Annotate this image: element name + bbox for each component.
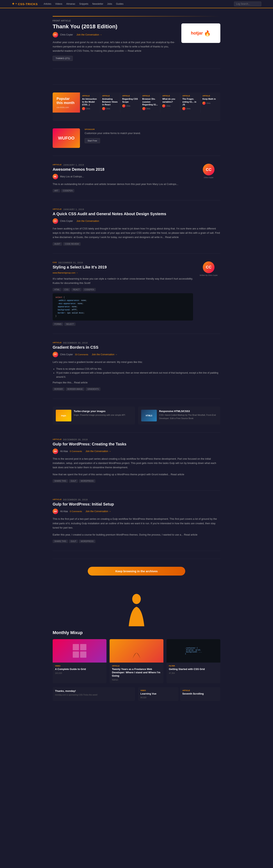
thanks-button[interactable]: THANKS (271)	[53, 56, 73, 61]
gulp-setup-author: Ali Alaa	[60, 510, 68, 513]
popular-article-2[interactable]: Article Animating Between Views in React…	[100, 92, 120, 113]
gulp-setup-type-badge: Article December 28, 2018	[53, 498, 220, 501]
gulp-setup-tag-1[interactable]: SHARE THIS	[53, 540, 68, 543]
popular-article-7[interactable]: Article Keep Math in Chris	[200, 92, 220, 113]
code-line-2: -webkit-appearance: none;	[56, 299, 190, 302]
search-input[interactable]	[234, 2, 261, 6]
logo-text: * CSS-TRICKS	[15, 2, 38, 6]
nav-guides[interactable]: Guides	[116, 3, 124, 5]
nav-articles[interactable]: Articles	[44, 3, 51, 5]
site-logo[interactable]: ✦ * CSS-TRICKS	[12, 2, 38, 6]
gradient-author: Chris Coyier	[60, 353, 73, 356]
nav-newsletter[interactable]: Newsletter	[92, 3, 103, 5]
logo-star-icon: ✦	[12, 2, 15, 6]
gulp-tasks-tag-3[interactable]: WORDPRESS	[79, 479, 95, 483]
wufoo-cta-button[interactable]: Start Free	[84, 138, 100, 143]
select-tag-codepen[interactable]: CODEPEN	[83, 288, 96, 291]
monthly-extra-1[interactable]: Video Learning Vue 84,020	[138, 687, 178, 701]
sponsor-responsive-card[interactable]: HTML5 Responsive HTML5/CSS3 CSS: Hand-Co…	[138, 407, 220, 425]
keep-browsing-button[interactable]: Keep browsing in the archives	[88, 567, 185, 576]
nav-almanac[interactable]: Almanac	[66, 3, 75, 5]
monthly-extra-2[interactable]: Article Seventh Scrolling	[180, 687, 220, 701]
gulp-tasks-join[interactable]: Join the Conversation →	[86, 450, 111, 453]
popular-article-1[interactable]: Article An Intro­uction to the Model (CS…	[80, 92, 100, 113]
gradient-tag-1[interactable]: BORDER	[53, 388, 65, 391]
monthly-card-2-body: Article Twenty Years as a Freelance Web …	[110, 662, 163, 683]
gulp-setup-comments: 0 Comments	[70, 510, 82, 513]
popular-article-3[interactable]: Article Regarding CSS Scope Chris	[120, 92, 140, 113]
css-audit-tag-1[interactable]: AUDIT	[53, 242, 62, 246]
gulp-tasks-date: December 28, 2018	[63, 438, 88, 441]
monthly-title: Monthly Mixup	[53, 630, 220, 635]
css-audit-tags: AUDIT CODE REVIEW	[53, 242, 220, 246]
pop-type-4: Article	[142, 95, 158, 97]
select-tag-css[interactable]: CSS	[63, 288, 70, 291]
monthly-thanks-card[interactable]: Thanks, monday! monday.com is sponsoring…	[53, 687, 135, 701]
pop-avatar-1	[82, 107, 85, 110]
gulp-tasks-author-row: AA Ali Alaa 0 Comments Join the Conversa…	[53, 448, 220, 454]
select-article-layout: CSS December 31, 2018 Styling a Select L…	[53, 261, 220, 326]
css-audit-tag-2[interactable]: CODE REVIEW	[63, 242, 80, 246]
css-audit-join[interactable]: Join the Conversation	[76, 220, 99, 222]
gradient-tag-2[interactable]: BORDER-IMAGE	[66, 388, 84, 391]
gradient-author-avatar: CC	[53, 352, 58, 357]
select-tag-forms[interactable]: FORMS	[53, 322, 63, 326]
pop-type-2: Article	[102, 95, 118, 97]
pop-type-3: Article	[122, 95, 138, 97]
pop-title-3: Regarding CSS Scope	[122, 98, 138, 103]
code-line-3: -moz-appearance: none;	[56, 302, 190, 305]
gradient-excerpt: Let's say you need a gradient border aro…	[53, 360, 220, 364]
monthly-thanks-body: Thanks, monday! monday.com is sponsoring…	[53, 687, 135, 699]
main-container: Front Article Thank You (2018 Edition) C…	[49, 8, 224, 717]
popular-article-6[interactable]: Article The Fragm­enting S1... in JS Chr…	[180, 92, 200, 113]
pop-avatar-5	[162, 104, 165, 107]
pop-type-5: Article	[162, 95, 178, 97]
pop-type-6: Article	[182, 95, 198, 97]
svg-rect-4	[80, 651, 87, 658]
gradient-tag-3[interactable]: GRADIENTS	[86, 388, 100, 391]
pop-name-7: Chris	[206, 102, 210, 104]
monthly-card-2[interactable]: Article Twenty Years as a Freelance Web …	[110, 639, 163, 683]
demos-tag-codepen[interactable]: CODEPEN	[61, 189, 74, 192]
gulp-setup-tag-3[interactable]: WORDPRESS	[79, 540, 95, 543]
nav-videos[interactable]: Videos	[55, 3, 62, 5]
monthly-card-1[interactable]: Video A Complete Guide to Grid 163,020	[53, 639, 106, 683]
popular-article-5[interactable]: Article What do you variables? Chris	[160, 92, 180, 113]
pop-avatar-3	[122, 104, 125, 107]
wufoo-type-badge: SPONSOR	[84, 128, 220, 130]
pop-type-1: Article	[82, 95, 98, 97]
gulp-tasks-tag-1[interactable]: SHARE THIS	[53, 479, 68, 483]
demos-tag-art[interactable]: ART	[53, 189, 60, 192]
popular-strip: Popular this month css-tricks.com Articl…	[53, 92, 220, 121]
pop-avatar-2	[102, 107, 105, 110]
nav-jobs[interactable]: Jobs	[107, 3, 112, 5]
select-author-url[interactable]: www.filamentgroup.com →	[53, 272, 78, 274]
hotjar-ad-badge[interactable]: hotjar 🔥	[181, 23, 220, 43]
monthly-card-3[interactable]: .container { display: grid; background: …	[167, 639, 220, 683]
site-header: ✦ * CSS-TRICKS Articles Videos Almanac S…	[0, 0, 273, 8]
popular-article-4[interactable]: Article Browser Dis­cussion Regarding S1…	[140, 92, 160, 113]
select-excerpt: It's rather heartwarming to know you can…	[53, 277, 193, 285]
monthly-thumb-2	[110, 639, 163, 662]
pop-author-6: Chris	[182, 107, 198, 110]
gradient-join[interactable]: Join the Conversation →	[92, 353, 117, 356]
wufoo-tagline: Customize your online forms to match you…	[84, 131, 220, 135]
demos-avatar-label: Chris Coyier	[204, 177, 213, 179]
join-conversation-link[interactable]: Join the Conversation →	[76, 33, 102, 36]
select-top-tags: HTML CSS REACT CODEPEN	[53, 288, 193, 291]
select-tag-select[interactable]: SELECT	[64, 322, 75, 326]
sponsor-turbo-title: Turbo-charge your images	[74, 410, 125, 413]
select-tag-react[interactable]: REACT	[71, 288, 81, 291]
select-author-row: www.filamentgroup.com →	[53, 272, 193, 274]
select-tag-html[interactable]: HTML	[53, 288, 61, 291]
featured-card: Thank You (2018 Edition) CC Chris Coyier…	[53, 23, 220, 69]
gulp-setup-tag-2[interactable]: GULP	[69, 540, 78, 543]
gulp-setup-join[interactable]: Join the Conversation →	[86, 510, 111, 513]
gradient-borders-block: Article December 30, 2018 Gradient Borde…	[53, 342, 220, 399]
featured-article-block: Front Article Thank You (2018 Edition) C…	[53, 16, 220, 85]
code-line-4: appearance: none;	[56, 305, 190, 308]
gulp-tasks-tag-2[interactable]: GULP	[69, 479, 78, 483]
monthly-extra-2-body: Article Seventh Scrolling	[180, 687, 220, 699]
sponsor-turbo-card[interactable]: imgix Turbo-charge your images Imgix: Po…	[53, 407, 135, 425]
nav-snippets[interactable]: Snippets	[79, 3, 88, 5]
